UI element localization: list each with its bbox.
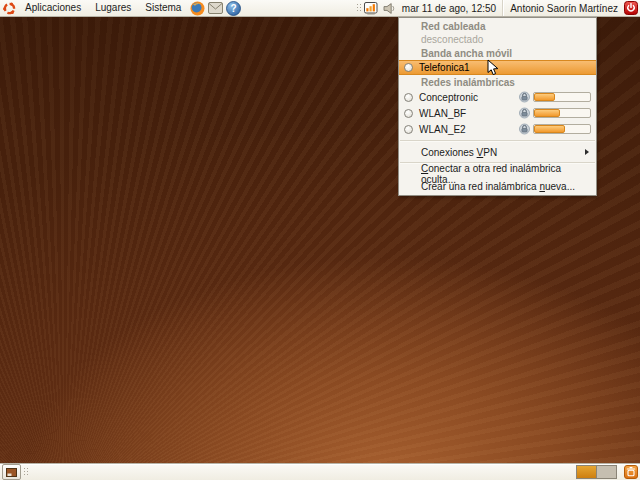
radio-button[interactable] (404, 109, 413, 118)
secured-wifi-lock-icon (519, 107, 530, 119)
radio-button[interactable] (404, 63, 413, 72)
menu-item-vpn-connections[interactable]: Conexiones VPN (399, 145, 596, 159)
signal-strength-bar (533, 92, 591, 102)
power-icon[interactable] (623, 1, 638, 16)
menu-separator (400, 140, 595, 142)
user-switcher-applet[interactable]: Antonio Saorín Martínez (503, 3, 623, 14)
secured-wifi-lock-icon (519, 91, 530, 103)
mobile-broadband-header: Banda ancha móvil (399, 46, 596, 60)
svg-text:?: ? (230, 3, 236, 14)
help-icon[interactable]: ? (225, 0, 241, 16)
signal-strength-bar (533, 108, 591, 118)
volume-icon[interactable] (382, 1, 398, 16)
menu-item-create-new-network[interactable]: Crear una red inalámbrica nueva... (399, 180, 596, 193)
window-list-drag-handle[interactable] (23, 467, 28, 477)
submenu-arrow-icon (585, 149, 589, 155)
network-manager-menu: Red cableada desconectado Banda ancha mó… (398, 17, 597, 196)
network-manager-icon[interactable] (364, 1, 380, 16)
workspace-1[interactable] (577, 466, 596, 478)
show-desktop-button[interactable] (2, 464, 21, 480)
menu-item-wifi-wlan-bf[interactable]: WLAN_BF (399, 105, 596, 121)
workspace-switcher (576, 465, 617, 479)
bottom-panel (0, 463, 640, 480)
signal-strength-bar (533, 124, 591, 134)
applet-drag-handle[interactable] (356, 3, 361, 13)
secured-wifi-lock-icon (519, 123, 530, 135)
wired-status: desconectado (399, 33, 596, 46)
firefox-icon[interactable] (189, 0, 205, 16)
menu-item-connect-hidden-network[interactable]: Conectar a otra red inalámbrica oculta..… (399, 167, 596, 180)
top-panel-right-group: mar 11 de ago, 12:50 Antonio Saorín Mart… (354, 0, 640, 16)
wired-network-header: Red cableada (399, 20, 596, 33)
menu-item-wifi-conceptronic[interactable]: Conceptronic (399, 89, 596, 105)
top-panel: Aplicaciones Lugares Sistema ? (0, 0, 640, 17)
menu-item-wifi-wlan-e2[interactable]: WLAN_E2 (399, 121, 596, 137)
menu-sistema[interactable]: Sistema (138, 0, 188, 16)
radio-button[interactable] (404, 125, 413, 134)
workspace-2[interactable] (596, 466, 616, 478)
ubuntu-logo-icon[interactable] (1, 0, 17, 16)
menu-aplicaciones[interactable]: Aplicaciones (18, 0, 88, 16)
radio-button[interactable] (404, 93, 413, 102)
clock-applet[interactable]: mar 11 de ago, 12:50 (399, 3, 502, 14)
mouse-cursor (487, 59, 499, 81)
menu-lugares[interactable]: Lugares (88, 0, 138, 16)
trash-icon[interactable] (623, 465, 638, 480)
email-icon[interactable] (207, 0, 223, 16)
